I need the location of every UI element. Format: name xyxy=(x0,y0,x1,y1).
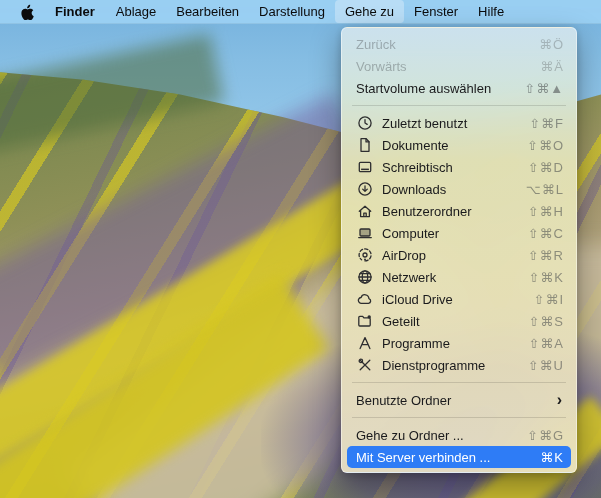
home-icon xyxy=(356,203,373,219)
menu-item-label: iCloud Drive xyxy=(382,292,453,307)
menu-item-label: Gehe zu Ordner ... xyxy=(356,428,464,443)
menu-item-label: Downloads xyxy=(382,182,446,197)
menu-item-label: AirDrop xyxy=(382,248,426,263)
menu-item-label: Benutzte Ordner xyxy=(356,393,451,408)
menubar-item-fenster[interactable]: Fenster xyxy=(404,0,468,23)
desktop-icon xyxy=(356,159,373,175)
menu-item-label: Mit Server verbinden ... xyxy=(356,450,490,465)
airdrop-icon xyxy=(356,247,373,263)
menu-item-icloud-drive[interactable]: iCloud Drive ⇧⌘I xyxy=(347,288,571,310)
menu-item-label: Netzwerk xyxy=(382,270,436,285)
submenu-chevron-icon: › xyxy=(557,392,564,408)
apple-menu[interactable] xyxy=(10,0,44,23)
cloud-icon xyxy=(356,291,373,307)
menu-separator xyxy=(352,382,566,383)
menu-item-label: Dokumente xyxy=(382,138,448,153)
menu-item-vorwaerts: Vorwärts ⌘Ä xyxy=(347,55,571,77)
menu-item-benutzte-ordner[interactable]: Benutzte Ordner › xyxy=(347,389,571,411)
shortcut: ⌘Ö xyxy=(539,37,564,52)
shortcut: ⇧⌘A xyxy=(528,336,564,351)
menu-item-downloads[interactable]: Downloads ⌥⌘L xyxy=(347,178,571,200)
menubar-item-finder[interactable]: Finder xyxy=(44,0,106,23)
shortcut: ⌥⌘L xyxy=(526,182,564,197)
menu-item-dienstprogramme[interactable]: Dienstprogramme ⇧⌘U xyxy=(347,354,571,376)
menu-item-zurueck: Zurück ⌘Ö xyxy=(347,33,571,55)
menubar-item-ablage[interactable]: Ablage xyxy=(106,0,166,23)
menu-item-zuletzt-benutzt[interactable]: Zuletzt benutzt ⇧⌘F xyxy=(347,112,571,134)
shortcut: ⇧⌘C xyxy=(528,226,564,241)
shortcut: ⇧⌘S xyxy=(528,314,564,329)
menu-item-label: Startvolume auswählen xyxy=(356,81,491,96)
menu-item-schreibtisch[interactable]: Schreibtisch ⇧⌘D xyxy=(347,156,571,178)
shortcut: ⇧⌘O xyxy=(527,138,564,153)
apple-logo-icon xyxy=(20,3,34,20)
utilities-icon xyxy=(356,357,373,373)
menu-item-dokumente[interactable]: Dokumente ⇧⌘O xyxy=(347,134,571,156)
shortcut: ⇧⌘K xyxy=(528,270,564,285)
menu-item-netzwerk[interactable]: Netzwerk ⇧⌘K xyxy=(347,266,571,288)
shortcut: ⌘Ä xyxy=(540,59,564,74)
computer-icon xyxy=(356,225,373,241)
download-circle-icon xyxy=(356,181,373,197)
shortcut: ⇧⌘H xyxy=(528,204,564,219)
menu-item-label: Vorwärts xyxy=(356,59,407,74)
menu-item-label: Computer xyxy=(382,226,439,241)
menu-item-label: Geteilt xyxy=(382,314,420,329)
applications-icon xyxy=(356,335,373,351)
menu-item-benutzerordner[interactable]: Benutzerordner ⇧⌘H xyxy=(347,200,571,222)
menu-item-geteilt[interactable]: Geteilt ⇧⌘S xyxy=(347,310,571,332)
shortcut: ⇧⌘U xyxy=(528,358,564,373)
shortcut: ⇧⌘I xyxy=(533,292,564,307)
globe-icon xyxy=(356,269,373,285)
menu-item-startvolume[interactable]: Startvolume auswählen ⇧⌘▲ xyxy=(347,77,571,99)
menu-item-gehe-zu-ordner[interactable]: Gehe zu Ordner ... ⇧⌘G xyxy=(347,424,571,446)
clock-icon xyxy=(356,115,373,131)
shortcut: ⇧⌘G xyxy=(527,428,564,443)
menubar-item-gehe-zu[interactable]: Gehe zu xyxy=(335,0,404,23)
menu-item-mit-server-verbinden[interactable]: Mit Server verbinden ... ⌘K xyxy=(347,446,571,468)
shortcut: ⇧⌘R xyxy=(528,248,564,263)
menubar-item-hilfe[interactable]: Hilfe xyxy=(468,0,514,23)
shortcut: ⇧⌘D xyxy=(528,160,564,175)
document-icon xyxy=(356,137,373,153)
menu-item-label: Programme xyxy=(382,336,450,351)
menu-bar: Finder Ablage Bearbeiten Darstellung Geh… xyxy=(0,0,601,24)
menu-item-label: Zurück xyxy=(356,37,396,52)
gehe-zu-menu: Zurück ⌘Ö Vorwärts ⌘Ä Startvolume auswäh… xyxy=(341,27,577,473)
shortcut: ⌘K xyxy=(540,450,564,465)
menu-item-computer[interactable]: Computer ⇧⌘C xyxy=(347,222,571,244)
menu-item-label: Benutzerordner xyxy=(382,204,472,219)
menubar-item-bearbeiten[interactable]: Bearbeiten xyxy=(166,0,249,23)
menu-item-airdrop[interactable]: AirDrop ⇧⌘R xyxy=(347,244,571,266)
desktop: Finder Ablage Bearbeiten Darstellung Geh… xyxy=(0,0,601,498)
menu-item-label: Schreibtisch xyxy=(382,160,453,175)
shortcut: ⇧⌘▲ xyxy=(524,81,564,96)
menu-separator xyxy=(352,417,566,418)
menubar-item-darstellung[interactable]: Darstellung xyxy=(249,0,335,23)
menu-item-label: Dienstprogramme xyxy=(382,358,485,373)
menu-item-programme[interactable]: Programme ⇧⌘A xyxy=(347,332,571,354)
menu-item-label: Zuletzt benutzt xyxy=(382,116,467,131)
menu-separator xyxy=(352,105,566,106)
shortcut: ⇧⌘F xyxy=(529,116,564,131)
shared-folder-icon xyxy=(356,313,373,329)
